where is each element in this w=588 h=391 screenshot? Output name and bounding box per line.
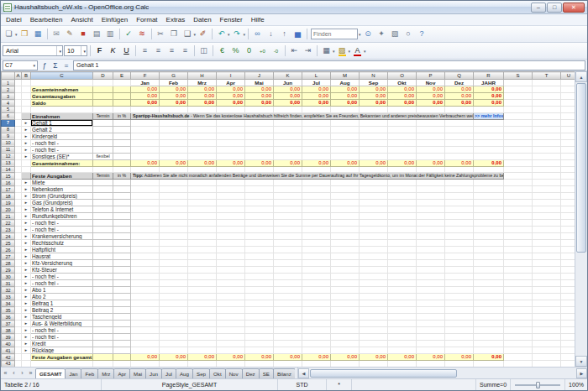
cell-K7[interactable] xyxy=(274,119,302,126)
cell-M3[interactable]: 0,00 xyxy=(331,93,360,100)
cell-L25[interactable] xyxy=(302,240,331,247)
cell-D39[interactable] xyxy=(93,334,113,341)
cell-B25[interactable]: ► xyxy=(22,240,31,247)
cell-S13[interactable] xyxy=(504,159,533,166)
cell-P41[interactable] xyxy=(417,347,445,354)
cell-T15[interactable] xyxy=(533,173,561,180)
cell-A31[interactable] xyxy=(15,280,22,287)
cell-G42[interactable]: 0,00 xyxy=(160,354,188,361)
cell-R38[interactable] xyxy=(474,327,504,334)
cell-R2[interactable]: 0,00 xyxy=(474,86,504,93)
cell-O30[interactable] xyxy=(388,274,417,280)
zoom-slider-thumb[interactable] xyxy=(536,382,540,388)
cell-R14[interactable] xyxy=(474,166,504,173)
cell-K32[interactable] xyxy=(274,287,302,294)
cell-L3[interactable]: 0,00 xyxy=(302,93,331,100)
cell-C43[interactable] xyxy=(31,361,93,368)
cell-C14[interactable] xyxy=(31,166,93,173)
cell-D32[interactable] xyxy=(93,287,113,294)
cell-O36[interactable] xyxy=(388,314,417,321)
cell-K26[interactable] xyxy=(274,247,302,253)
cell-J27[interactable] xyxy=(245,253,274,260)
row-header-34[interactable]: 34 xyxy=(2,300,15,307)
cell-J21[interactable] xyxy=(245,213,274,220)
cell-P24[interactable] xyxy=(417,233,445,240)
cell-B1[interactable] xyxy=(22,80,31,86)
cell-K2[interactable]: 0,00 xyxy=(274,86,302,93)
cell-R1[interactable]: JAHR xyxy=(474,80,504,86)
cell-B6[interactable] xyxy=(22,112,31,119)
increase-indent-button[interactable]: ⇥ xyxy=(302,44,314,57)
cell-K34[interactable] xyxy=(274,300,302,307)
cell-L22[interactable] xyxy=(302,220,331,227)
cell-L4[interactable]: 0,00 xyxy=(302,100,331,107)
cell-B13[interactable] xyxy=(22,159,31,166)
cell-E5[interactable] xyxy=(113,107,131,113)
cell-F9[interactable] xyxy=(131,133,160,139)
cell-A14[interactable] xyxy=(15,166,22,173)
cell-N18[interactable] xyxy=(360,193,388,200)
cell-I23[interactable] xyxy=(217,227,245,233)
cell-G40[interactable] xyxy=(160,341,188,347)
column-header-B[interactable]: B xyxy=(22,72,31,80)
cell-H39[interactable] xyxy=(188,334,217,341)
cell-I29[interactable] xyxy=(217,267,245,274)
cell-F5[interactable] xyxy=(131,107,160,113)
cell-R7[interactable] xyxy=(474,119,504,126)
cell-A41[interactable] xyxy=(15,347,22,354)
cell-N38[interactable] xyxy=(360,327,388,334)
cell-G14[interactable] xyxy=(160,166,188,173)
cell-M34[interactable] xyxy=(331,300,360,307)
cell-H24[interactable] xyxy=(188,233,217,240)
cell-O4[interactable]: 0,00 xyxy=(388,100,417,107)
cell-U3[interactable] xyxy=(561,93,575,100)
cell-O26[interactable] xyxy=(388,247,417,253)
row-header-36[interactable]: 36 xyxy=(2,314,15,321)
cell-T6[interactable] xyxy=(533,112,561,119)
cell-C24[interactable]: Krankenversicherung xyxy=(31,233,93,240)
cell-B15[interactable] xyxy=(22,173,31,180)
cell-A13[interactable] xyxy=(15,159,22,166)
cell-S31[interactable] xyxy=(504,280,533,287)
cell-Q35[interactable] xyxy=(445,307,474,314)
cell-K1[interactable]: Jun xyxy=(274,80,302,86)
cell-D3[interactable] xyxy=(93,93,113,100)
column-header-M[interactable]: M xyxy=(331,72,360,80)
cell-M10[interactable] xyxy=(331,139,360,146)
cell-O39[interactable] xyxy=(388,334,417,341)
cell-I35[interactable] xyxy=(217,307,245,314)
cell-L10[interactable] xyxy=(302,139,331,146)
cell-O42[interactable]: 0,00 xyxy=(388,354,417,361)
cell-H25[interactable] xyxy=(188,240,217,247)
cell-H23[interactable] xyxy=(188,227,217,233)
cell-Q11[interactable] xyxy=(445,146,474,153)
cell-J38[interactable] xyxy=(245,327,274,334)
cell-U33[interactable] xyxy=(561,294,575,300)
cell-R41[interactable] xyxy=(474,347,504,354)
cell-F8[interactable] xyxy=(131,126,160,133)
column-header-D[interactable]: D xyxy=(93,72,113,80)
cell-R21[interactable] xyxy=(474,213,504,220)
next-sheet-button[interactable]: › xyxy=(18,368,26,378)
cell-K36[interactable] xyxy=(274,314,302,321)
cell-L26[interactable] xyxy=(302,247,331,253)
cell-K39[interactable] xyxy=(274,334,302,341)
cell-Q37[interactable] xyxy=(445,321,474,327)
cell-U29[interactable] xyxy=(561,267,575,274)
cell-B10[interactable]: ► xyxy=(22,139,31,146)
cell-D41[interactable] xyxy=(93,347,113,354)
cell-J33[interactable] xyxy=(245,294,274,300)
cell-B36[interactable]: ► xyxy=(22,314,31,321)
cell-N31[interactable] xyxy=(360,280,388,287)
cell-N25[interactable] xyxy=(360,240,388,247)
cell-K3[interactable]: 0,00 xyxy=(274,93,302,100)
vertical-scroll-thumb[interactable] xyxy=(576,83,586,253)
cell-N14[interactable] xyxy=(360,166,388,173)
cell-Q26[interactable] xyxy=(445,247,474,253)
cell-K23[interactable] xyxy=(274,227,302,233)
cell-S24[interactable] xyxy=(504,233,533,240)
cell-G26[interactable] xyxy=(160,247,188,253)
column-header-O[interactable]: O xyxy=(388,72,417,80)
cell-N11[interactable] xyxy=(360,146,388,153)
borders-dropdown-icon[interactable]: ▾ xyxy=(333,49,335,54)
